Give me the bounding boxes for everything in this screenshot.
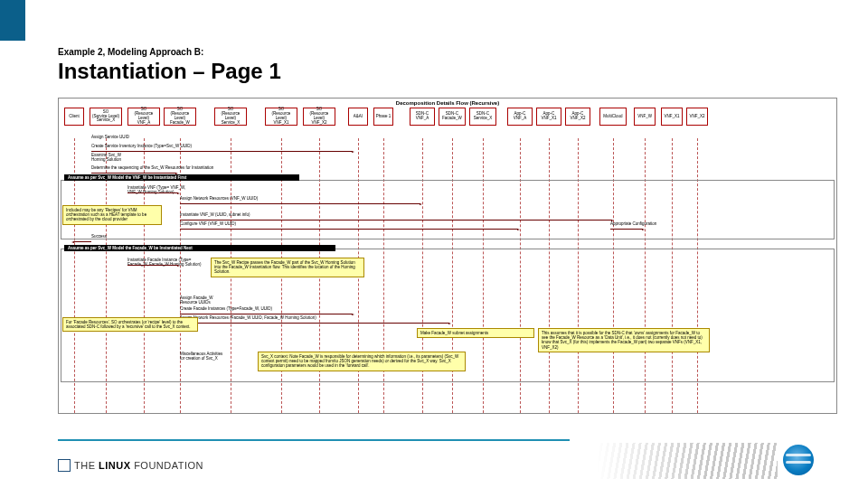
message-label: Assign Network Resources (Facade_W UUID,… bbox=[180, 315, 316, 320]
lifeline-head: MultiCloud bbox=[599, 108, 627, 126]
message-arrow bbox=[91, 173, 176, 174]
message-label: Success bbox=[91, 234, 107, 239]
sequence-diagram: Decomposition Details Flow (Recursive) C… bbox=[58, 98, 837, 414]
lifeline-head: SO (Resource Level) VNF_A bbox=[127, 108, 160, 126]
diagram-note: Included may be any 'Recipes' for VNM or… bbox=[62, 205, 162, 225]
diagram-note: This assumes that it is possible for the… bbox=[538, 328, 710, 352]
lifeline-headers: ClientSO (Service Level) Service_XSO (Re… bbox=[59, 108, 836, 127]
lifeline-head: SO (Resource Level) Facade_W bbox=[164, 108, 196, 126]
footer: THE LINUX FOUNDATION bbox=[58, 459, 203, 472]
diagram-title: Decomposition Details Flow (Recursive) bbox=[396, 100, 499, 106]
message-label: Create Service Inventory Instance (Type=… bbox=[91, 144, 192, 148]
message-label: Assign Facade_W Resource UUIDs bbox=[180, 296, 213, 305]
lifeline-head: VNF_W bbox=[634, 108, 656, 126]
diagram-note: Make Facade_W subnet assignments bbox=[417, 328, 534, 338]
lifeline-head: SO (Resource Level) VNF_X2 bbox=[303, 108, 335, 126]
message-arrow bbox=[180, 203, 420, 204]
footer-brand: THE LINUX FOUNDATION bbox=[74, 460, 203, 471]
message-label: Configure VNF (VNF_W UUID) bbox=[180, 221, 236, 226]
diagram-note: Svc_X context: Note Facade_W is responsi… bbox=[258, 352, 466, 371]
message-arrow bbox=[180, 323, 449, 324]
footer-divider bbox=[58, 439, 570, 441]
lifeline-head: SO (Resource Level) VNF_X1 bbox=[265, 108, 297, 126]
lifeline-head: SO (Service Level) Service_X bbox=[90, 108, 122, 126]
message-label: Assign Network Resources (VNF_W UUID) bbox=[180, 196, 258, 201]
message-arrow bbox=[127, 265, 178, 266]
lifeline-head: Phase 1 bbox=[373, 108, 393, 126]
lifeline-head: Client bbox=[64, 108, 84, 126]
message-label: Appropriate Configuration bbox=[610, 221, 656, 226]
message-label: Instantiate VNF_W (UUID, subnet info) bbox=[180, 212, 250, 217]
lifeline-head: SDN-C VNF_A bbox=[410, 108, 435, 126]
message-arrow bbox=[180, 220, 612, 221]
accent-bar bbox=[0, 0, 25, 41]
message-arrow bbox=[180, 314, 353, 314]
slide-title: Instantiation – Page 1 bbox=[58, 59, 281, 84]
lifeline-head: App-C VNF_X1 bbox=[536, 108, 561, 126]
lifeline-head: VNF_X2 bbox=[686, 108, 708, 126]
section-label: Assume as per Svc_W Model the Facade_W b… bbox=[64, 245, 335, 251]
slide-header: Example 2, Modeling Approach B: Instanti… bbox=[58, 47, 281, 84]
slide-pretitle: Example 2, Modeling Approach B: bbox=[58, 47, 281, 57]
linux-foundation-icon bbox=[58, 459, 71, 472]
section-label: Assume as per Svc_W Model the VNF_W be I… bbox=[64, 174, 299, 181]
lifeline-head: App-C VNF_A bbox=[507, 108, 533, 126]
lifeline-head: SDN-C Service_X bbox=[469, 108, 496, 126]
lifeline-head: SO (Resource Level) Service_X bbox=[214, 108, 247, 126]
slide: Example 2, Modeling Approach B: Instanti… bbox=[0, 0, 868, 488]
lifeline-head: A&AI bbox=[348, 108, 368, 126]
lifeline-head: SDN-C Facade_W bbox=[439, 108, 466, 126]
message-arrow bbox=[127, 192, 178, 193]
diagram-note: The Svc_W Recipe passes the Facade_W par… bbox=[211, 258, 364, 277]
message-label: Examine Svc_W Homing Solution bbox=[91, 153, 121, 162]
lifeline-head: App-C VNF_X2 bbox=[565, 108, 590, 126]
message-label: Determine the sequencing of the Svc_W Re… bbox=[91, 165, 213, 170]
decorative-stripes bbox=[597, 443, 778, 479]
message-arrow bbox=[91, 151, 353, 152]
message-arrow bbox=[73, 241, 91, 242]
message-label: Create Facade Instances (Type=Facade_W, … bbox=[180, 306, 272, 311]
message-arrow bbox=[610, 229, 643, 230]
message-label: Miscellaneous Activities for creation of… bbox=[180, 352, 222, 361]
lifeline-area: Assume as per Svc_W Model the VNF_W be I… bbox=[59, 127, 836, 413]
message-arrow bbox=[180, 229, 518, 230]
att-globe-icon bbox=[783, 445, 814, 475]
diagram-note: For 'Facade Resources', SO orchestrates … bbox=[62, 317, 198, 332]
lifeline-head: VNF_X1 bbox=[661, 108, 683, 126]
message-label: Assign Service UUID bbox=[91, 135, 129, 139]
